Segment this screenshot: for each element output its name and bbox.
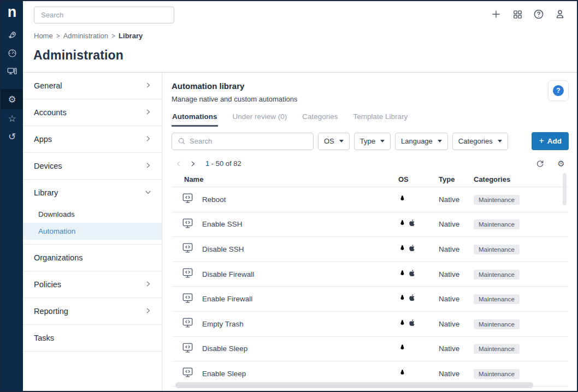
dashboard-icon[interactable] [1,44,23,62]
help-circle-icon[interactable] [533,8,545,20]
automation-search-input[interactable] [190,133,313,150]
column-header-name[interactable]: Name [172,175,398,183]
linux-icon [398,269,406,280]
automation-type: Native [439,345,474,353]
apple-icon [408,244,416,254]
os-filter-dropdown[interactable]: OS [318,133,350,150]
vertical-scrollbar[interactable] [563,173,567,205]
breadcrumb-home[interactable]: Home [34,32,53,40]
script-monitor-icon [181,292,194,306]
tab-under-review[interactable]: Under review (0) [232,110,288,127]
history-icon[interactable]: ↺ [1,127,23,145]
automation-table-body: Reboot Native Maintenance Enable SSH [172,187,568,387]
caret-down-icon [438,140,442,142]
type-filter-dropdown[interactable]: Type [354,133,391,150]
table-row[interactable]: Reboot Native Maintenance [172,187,568,212]
linux-icon [398,294,406,304]
breadcrumb-library[interactable]: Library [119,32,143,40]
category-badges: Maintenance [474,269,568,280]
category-badge: Maintenance [474,245,520,254]
refresh-icon[interactable] [534,158,545,169]
table-row[interactable]: Disable SSH Native Maintenance [172,237,568,262]
rocket-icon[interactable] [1,26,23,44]
settings-nav: General Accounts Apps [23,73,162,391]
apple-icon [408,269,416,280]
breadcrumb-separator: > [56,32,60,40]
help-button[interactable]: ? [548,80,569,101]
automation-type: Native [439,295,474,303]
automation-name: Disable SSH [202,245,244,253]
table-row[interactable]: Enable SSH Native Maintenance [172,212,568,237]
nav-item-general[interactable]: General [23,73,162,99]
categories-filter-dropdown[interactable]: Categories [452,133,508,150]
chevron-down-icon [144,188,152,198]
linux-icon [398,244,406,254]
breadcrumb-administration[interactable]: Administration [63,32,108,40]
apple-icon [408,294,416,304]
language-filter-dropdown[interactable]: Language [395,133,448,150]
automation-type: Native [439,245,474,253]
table-row[interactable]: Disable Sleep Native Maintenance [172,337,568,362]
library-tabs: Automations Under review (0) Categories … [172,110,568,127]
icon-rail: n ⚙ ☆ ↺ [1,1,23,391]
table-row[interactable]: Enable Firewall Native Maintenance [172,287,568,312]
settings-gear-icon[interactable]: ⚙ [1,89,23,109]
category-badges: Maintenance [474,319,568,329]
automation-name: Disable Sleep [202,345,247,353]
table-header: Name OS Type Categories [172,172,568,187]
nav-item-apps[interactable]: Apps [23,126,162,152]
table-settings-gear-icon[interactable]: ⚙ [556,158,567,169]
tab-categories[interactable]: Categories [302,110,338,127]
global-search[interactable] [34,7,174,23]
caret-down-icon [380,140,385,142]
page-title: Administration [33,48,123,63]
panel-subtitle: Manage native and custom automations [172,95,568,103]
breadcrumb-separator: > [111,32,115,40]
automation-search[interactable] [172,133,314,150]
linux-icon [398,194,406,205]
user-icon[interactable] [554,8,566,20]
star-icon[interactable]: ☆ [1,109,23,127]
nav-item-library[interactable]: Library [23,180,162,206]
nav-subitem-downloads[interactable]: Downloads [23,206,162,223]
tab-template-library[interactable]: Template Library [353,110,409,127]
automation-name: Disable Firewall [202,270,254,278]
nav-item-tasks[interactable]: Tasks [23,325,162,351]
pagination-bar: 1 - 50 of 82 ⚙ [172,156,568,171]
caret-down-icon [339,140,344,142]
app-logo[interactable]: n [8,1,17,26]
nav-subitem-automation[interactable]: Automation [23,223,162,240]
app-window: n ⚙ ☆ ↺ [0,0,578,392]
column-header-categories[interactable]: Categories [474,175,568,183]
next-page-button[interactable] [186,157,200,171]
script-monitor-icon [181,317,194,331]
table-row[interactable]: Empty Trash Native Maintenance [172,312,568,337]
column-header-type[interactable]: Type [439,175,474,183]
help-question-icon: ? [553,85,564,96]
devices-icon[interactable] [1,62,23,80]
horizontal-scrollbar[interactable] [175,382,533,388]
nav-item-reporting[interactable]: Reporting [23,298,162,324]
script-monitor-icon [181,342,194,356]
prev-page-button[interactable] [172,157,186,171]
plus-icon[interactable] [490,8,502,20]
category-badge: Maintenance [474,319,520,329]
chevron-right-icon [144,135,152,144]
chevron-right-icon [144,81,152,91]
column-header-os[interactable]: OS [398,175,439,183]
automation-name: Reboot [202,195,226,204]
global-search-input[interactable] [34,7,174,23]
nav-item-devices[interactable]: Devices [23,153,162,179]
category-badge: Maintenance [474,294,520,304]
apps-grid-icon[interactable] [511,8,523,20]
category-badge: Maintenance [474,344,520,354]
script-monitor-icon [181,192,194,206]
add-button[interactable]: + Add [532,132,569,150]
nav-item-organizations[interactable]: Organizations [23,245,162,271]
table-row[interactable]: Disable Firewall Native Maintenance [172,262,568,287]
tab-automations[interactable]: Automations [172,110,218,127]
automation-type: Native [439,370,474,378]
automation-name: Enable Firewall [202,295,252,303]
nav-item-accounts[interactable]: Accounts [23,99,162,126]
nav-item-policies[interactable]: Policies [23,271,162,298]
